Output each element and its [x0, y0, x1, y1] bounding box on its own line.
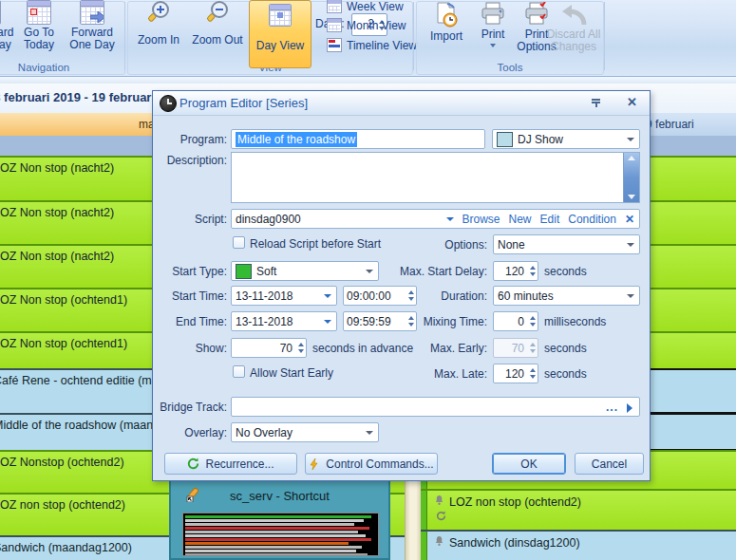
dialog-titlebar[interactable]: Program Editor [Series] ✕: [153, 91, 650, 116]
allow-start-early-checkbox[interactable]: [233, 365, 245, 378]
print-button[interactable]: Print: [473, 2, 513, 47]
start-date-picker[interactable]: 13-11-2018: [231, 286, 337, 306]
discard-all-changes-button[interactable]: Discard AllChanges: [545, 2, 602, 53]
event-title: LOZ Non stop (ochtend1): [0, 293, 127, 307]
max-start-delay-spinner[interactable]: 120: [493, 261, 538, 281]
pin-icon[interactable]: [591, 97, 601, 108]
print-icon: [480, 2, 506, 27]
max-late-unit: seconds: [544, 367, 587, 381]
max-late-label: Max. Late:: [381, 367, 487, 381]
calendar-today-icon: [27, 0, 51, 25]
cancel-button[interactable]: Cancel: [575, 453, 644, 475]
options-combo[interactable]: None: [493, 234, 640, 254]
month-view-button[interactable]: Month View: [327, 18, 406, 32]
console-preview: [182, 513, 379, 556]
chevron-down-icon: [324, 294, 331, 298]
event-row[interactable]: LOZ non stop (ochtend2): [421, 489, 736, 530]
chevron-down-icon: [627, 138, 634, 141]
mixing-time-spinner[interactable]: 0: [493, 311, 538, 331]
end-date-picker[interactable]: 13-11-2018: [231, 311, 337, 331]
zoom-in-icon: [146, 0, 171, 27]
close-icon[interactable]: ✕: [627, 95, 637, 109]
script-dropdown-icon[interactable]: [446, 217, 454, 221]
sc-serv-shortcut-window[interactable]: sc_serv - Shortcut: [169, 479, 390, 560]
script-browse-link[interactable]: Browse: [462, 213, 500, 226]
group-label-tools: Tools: [417, 62, 603, 73]
start-type-label: Start Type:: [153, 265, 227, 278]
zoom-out-icon: [205, 0, 230, 27]
script-input[interactable]: dinsdag0900 Browse New Edit Condition ✕: [231, 209, 640, 229]
zoom-out-button[interactable]: Zoom Out: [188, 0, 247, 47]
bell-icon: [434, 495, 444, 509]
script-condition-link[interactable]: Condition: [568, 213, 616, 226]
week-view-button[interactable]: Week View: [327, 0, 404, 13]
mixing-time-unit: milliseconds: [544, 315, 606, 328]
program-type-combo[interactable]: DJ Show: [492, 129, 640, 149]
lightning-icon: [309, 458, 320, 470]
max-start-delay-label: Max. Start Delay:: [381, 265, 487, 278]
timeline-view-icon: [327, 38, 342, 52]
program-label: Program:: [153, 133, 227, 146]
discard-icon: [558, 2, 589, 27]
event-title: LOZ Non stop (nacht2): [0, 250, 114, 263]
group-label-navigation: Navigation: [0, 62, 124, 73]
script-edit-link[interactable]: Edit: [540, 213, 560, 226]
program-input[interactable]: Middle of the roadshow: [231, 129, 485, 149]
day-view-button[interactable]: Day View: [249, 0, 311, 68]
go-to-today-button[interactable]: Go ToToday: [15, 0, 63, 51]
type-color-swatch: [497, 132, 513, 147]
event-title: Sandwich (dinsdag1200): [449, 536, 580, 550]
chevron-down-icon: [366, 431, 373, 435]
day-view-icon: [269, 4, 292, 27]
scroll-down-icon[interactable]: [628, 195, 635, 199]
max-late-spinner[interactable]: 120: [493, 364, 538, 383]
show-label: Show:: [153, 342, 227, 355]
import-button[interactable]: Import: [424, 2, 469, 43]
ribbon: Navigation BackwardOne Day Go ToToday Fo…: [0, 0, 736, 77]
print-dropdown-icon[interactable]: [490, 44, 496, 47]
max-early-label: Max. Early:: [381, 342, 487, 355]
event-row[interactable]: Sandwich (dinsdag1200): [421, 530, 736, 560]
script-new-link[interactable]: New: [509, 213, 532, 226]
bridge-track-input[interactable]: ...: [231, 397, 640, 417]
event-title: LOZ Nonstop (ochtend2): [0, 456, 124, 469]
sc-serv-title: sc_serv - Shortcut: [171, 489, 388, 503]
recurrence-icon: [187, 457, 199, 470]
zoom-in-button[interactable]: Zoom In: [131, 0, 186, 47]
program-editor-dialog: Program Editor [Series] ✕ Program: Middl…: [152, 90, 651, 481]
control-commands-button[interactable]: Control Commands...: [305, 453, 438, 475]
max-early-unit: seconds: [544, 342, 587, 355]
start-type-combo[interactable]: Soft: [231, 261, 379, 281]
allow-start-early-label: Allow Start Early: [250, 366, 333, 380]
timeline-view-button[interactable]: Timeline View: [327, 38, 417, 52]
end-time-label: End Time:: [153, 315, 227, 328]
bridge-play-icon[interactable]: [627, 403, 632, 413]
recurrence-button[interactable]: Recurrence...: [164, 453, 297, 475]
options-label: Options:: [381, 238, 487, 252]
chevron-down-icon: [324, 320, 331, 324]
script-label: Script:: [153, 213, 227, 226]
event-title: LOZ Non stop (nacht2): [0, 161, 114, 175]
bridge-browse-button[interactable]: ...: [606, 401, 618, 414]
mixing-time-label: Mixing Time:: [381, 315, 487, 328]
chevron-down-icon: [366, 270, 373, 273]
import-icon: [434, 2, 459, 28]
max-early-spinner: 70: [493, 338, 538, 358]
week-view-icon: [327, 0, 342, 13]
description-scrollbar[interactable]: [623, 153, 639, 202]
event-title: LOZ Non stop (nacht2): [0, 206, 114, 219]
duration-combo[interactable]: 60 minutes: [493, 286, 640, 306]
ok-button[interactable]: OK: [492, 453, 566, 475]
reload-script-label: Reload Script before Start: [250, 237, 381, 251]
forward-one-day-button[interactable]: ForwardOne Day: [65, 0, 120, 51]
show-spinner[interactable]: 70: [231, 338, 307, 358]
description-textarea[interactable]: [231, 152, 640, 203]
script-clear-icon[interactable]: ✕: [625, 213, 634, 226]
reload-script-checkbox[interactable]: [233, 236, 245, 249]
calendar-forward-icon: [80, 0, 104, 25]
overlay-combo[interactable]: No Overlay: [231, 422, 379, 442]
event-title: LOZ non stop (ochtend2): [449, 495, 581, 509]
bridge-track-label: Bridge Track:: [153, 401, 227, 414]
scroll-up-icon[interactable]: [628, 156, 635, 160]
backward-one-day-button[interactable]: BackwardOne Day: [0, 0, 13, 51]
